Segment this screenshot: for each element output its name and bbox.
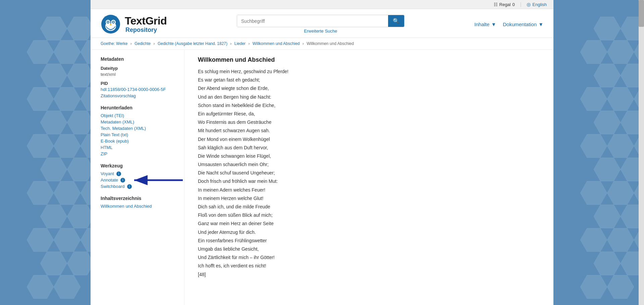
svg-marker-3 [54, 40, 80, 64]
regal-count: 0 [512, 2, 515, 7]
breadcrumb-item-5[interactable]: Willkommen und Abschied [253, 41, 300, 46]
sidebar: Metadaten Dateityp text/xml PID hdl:1185… [91, 50, 184, 305]
sidebar-metadaten-xml-link[interactable]: Metadaten (XML) [101, 119, 177, 124]
poem-line-25: [48] [198, 270, 540, 279]
logo[interactable]: TextGrid Repository [101, 14, 167, 34]
svg-marker-15 [40, 158, 67, 181]
top-bar-divider: | [520, 2, 522, 7]
svg-marker-67 [594, 252, 621, 275]
sidebar-objekt-link[interactable]: Objekt (TEI) [101, 113, 177, 118]
svg-marker-21 [67, 205, 91, 228]
poem-line-23: Und Zärtlichkeit für mich – ihr Götter! [198, 253, 540, 262]
sidebar-zitation-link[interactable]: Zitationsvorschlag [101, 93, 177, 98]
svg-marker-55 [607, 134, 634, 158]
poem-line-18: Floß von dem süßen Blick auf mich; [198, 211, 540, 219]
scrollbar[interactable] [639, 0, 644, 305]
svg-marker-4 [80, 40, 91, 64]
voyant-info-icon[interactable]: i [116, 171, 121, 176]
nav-dokumentation-dropdown-icon: ▼ [538, 21, 543, 27]
svg-marker-19 [80, 181, 91, 205]
svg-point-37 [107, 21, 109, 23]
svg-marker-1 [67, 17, 91, 40]
breadcrumb-item-2[interactable]: Gedichte [135, 41, 151, 46]
breadcrumb: Goethe: Werke › Gedichte › Gedichte (Aus… [91, 38, 553, 50]
svg-marker-57 [594, 158, 621, 181]
poem-line-15: In meinen Adern welches Feuer! [198, 186, 540, 194]
sidebar-section-metadaten: Metadaten [101, 56, 177, 62]
search-box: 🔍 [237, 15, 405, 27]
advanced-search-link[interactable]: Erweiterte Suche [304, 29, 337, 34]
nav-inhalte-dropdown-icon: ▼ [491, 21, 496, 27]
nav-dokumentation-label: Dokumentation [503, 21, 537, 27]
sidebar-ebook-link[interactable]: E-Book (epub) [101, 139, 177, 144]
sidebar-tech-metadaten-link[interactable]: Tech. Metadaten (XML) [101, 126, 177, 131]
svg-marker-49 [580, 87, 607, 111]
breadcrumb-item-3[interactable]: Gedichte (Ausgabe letzter Hand. 1827) [158, 41, 227, 46]
breadcrumb-item-6: Willkommen und Abschied [307, 41, 354, 46]
svg-marker-23 [54, 228, 80, 252]
svg-marker-24 [80, 228, 91, 252]
nav-inhalte[interactable]: Inhalte ▼ [474, 21, 496, 27]
annotate-info-icon[interactable]: i [120, 178, 125, 183]
nav-inhalte-label: Inhalte [474, 21, 489, 27]
sidebar-pid-link[interactable]: hdl:11858/00-1734-0000-0006-5F [101, 87, 177, 92]
breadcrumb-sep-3: › [230, 41, 231, 46]
svg-marker-28 [54, 275, 80, 299]
poem-line-16: In meinem Herzen welche Glut! [198, 194, 540, 203]
nav-dokumentation[interactable]: Dokumentation ▼ [503, 21, 543, 27]
svg-marker-54 [580, 134, 607, 158]
svg-marker-17 [27, 181, 54, 205]
poem-line-9: Der Mond von einem Wolkenhügel [198, 135, 540, 144]
svg-marker-8 [54, 87, 80, 111]
svg-marker-70 [607, 275, 634, 299]
sidebar-annotate-link[interactable]: Annotate [101, 177, 118, 183]
breadcrumb-item-4[interactable]: Lieder [234, 41, 246, 46]
search-button[interactable]: 🔍 [388, 15, 404, 27]
sidebar-voyant-link[interactable]: Voyant [101, 171, 114, 176]
logo-textgrid: TextGrid [125, 15, 167, 27]
sidebar-section-inhaltsverzeichnis: Inhaltsverzeichnis [101, 196, 177, 201]
svg-marker-5 [40, 64, 67, 87]
language-button[interactable]: ◎ English [527, 2, 547, 7]
poem-title: Willkommen und Abschied [198, 56, 540, 63]
scroll-thumb[interactable] [639, 0, 644, 27]
svg-marker-60 [607, 181, 634, 205]
svg-point-38 [113, 21, 114, 23]
svg-marker-27 [27, 275, 54, 299]
language-label: English [532, 2, 547, 7]
poem-line-10: Sah kläglich aus dem Duft hervor, [198, 144, 540, 152]
poem-line-17: Dich sah ich, und die milde Freude [198, 203, 540, 211]
site-header: TextGrid Repository 🔍 Erweiterte Suche I… [91, 9, 553, 38]
breadcrumb-item-1[interactable]: Goethe: Werke [101, 41, 127, 46]
regal-button[interactable]: ☷ Regal 0 [494, 2, 515, 7]
poem-line-22: Umgab das liebliche Gesicht, [198, 245, 540, 253]
sidebar-pid-label: PID [101, 81, 177, 86]
logo-repository: Repository [125, 27, 167, 34]
main-content: Willkommen und Abschied Es schlug mein H… [184, 50, 553, 305]
svg-marker-22 [27, 228, 54, 252]
breadcrumb-sep-2: › [154, 41, 155, 46]
svg-marker-10 [40, 111, 67, 134]
svg-marker-0 [40, 17, 67, 40]
sidebar-section-werkzeug: Werkzeug [101, 163, 177, 168]
sidebar-dateityp-label: Dateityp [101, 66, 177, 71]
poem-line-1: Es schlug mein Herz, geschwind zu Pferde… [198, 67, 540, 76]
svg-marker-50 [607, 87, 634, 111]
svg-marker-59 [580, 181, 607, 205]
poem-line-11: Die Winde schwangen leise Flügel, [198, 152, 540, 160]
poem-line-8: Mit hundert schwarzen Augen sah. [198, 126, 540, 135]
sidebar-html-link[interactable]: HTML [101, 145, 177, 150]
poem-line-20: Und jeder Atemzug für dich. [198, 228, 540, 237]
svg-marker-7 [27, 87, 54, 111]
svg-marker-6 [67, 64, 91, 87]
sidebar-zip-link[interactable]: ZIP [101, 151, 177, 156]
top-bar: ☷ Regal 0 | ◎ English [91, 0, 553, 9]
search-input[interactable] [237, 15, 388, 27]
svg-marker-2 [27, 40, 54, 64]
logo-text: TextGrid Repository [125, 15, 167, 34]
sidebar-switchboard-link[interactable]: Switchboard [101, 184, 125, 189]
poem-line-2: Es war getan fast eh gedacht; [198, 76, 540, 84]
sidebar-toc-link[interactable]: Willkommen und Abschied [101, 204, 177, 209]
sidebar-section-herunterladen: Herunterladen [101, 105, 177, 110]
sidebar-plaintext-link[interactable]: Plain Text (txt) [101, 132, 177, 137]
